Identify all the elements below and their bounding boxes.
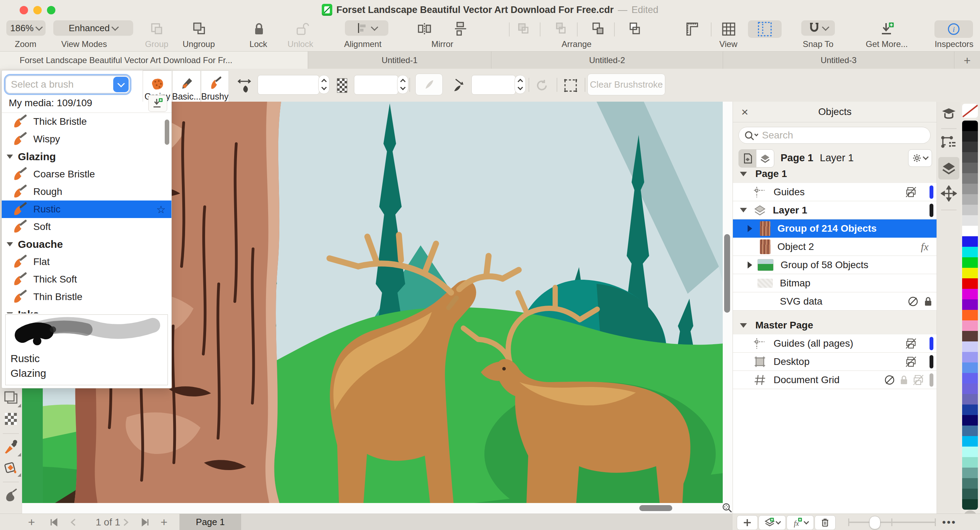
ungroup-icon[interactable] [191,21,207,37]
brush-search-input[interactable] [5,75,130,94]
tree-row-desktop[interactable]: Desktop [733,353,937,371]
brush-list-item[interactable]: Thick Bristle [2,113,172,131]
brush-list-item[interactable]: Soft [2,218,172,236]
opacity-slider-thumb[interactable] [869,516,880,529]
brush-list-item[interactable]: Thick Soft [2,271,172,288]
color-swatch[interactable] [962,404,978,415]
transparency-field[interactable] [354,75,398,95]
transparency-tool[interactable] [3,411,19,427]
canvas-horizontal-scrollbar[interactable] [639,505,672,511]
view-modes-dropdown[interactable]: Enhanced [53,20,133,36]
objects-inspector-icon[interactable] [940,160,957,177]
color-swatch[interactable] [962,268,978,279]
first-page-button[interactable] [49,514,58,530]
color-swatch[interactable] [962,162,978,173]
favorite-star-icon[interactable]: ☆ [156,203,166,216]
color-swatch[interactable] [962,415,978,425]
color-swatch[interactable] [962,468,978,478]
canvas-vertical-scrollbar[interactable] [724,234,730,313]
layer-options-button[interactable] [908,149,932,167]
color-swatch[interactable] [962,257,978,268]
arrange-backward-icon[interactable] [590,21,606,37]
add-page-button[interactable]: + [28,514,35,530]
color-swatch[interactable] [962,152,978,162]
brush-size-stepper[interactable] [318,75,329,94]
import-media-button[interactable] [148,95,167,112]
color-swatch[interactable] [962,289,978,299]
brush-list-item[interactable]: Rough [2,183,172,201]
rotation-field[interactable] [471,75,515,95]
painterly-brush-tool[interactable] [3,487,19,503]
brush-list-item[interactable]: Flat [2,253,172,271]
tree-row-group-58[interactable]: Group of 58 Objects [733,256,937,274]
tree-row-document-grid[interactable]: Document Grid [733,371,937,389]
page-1-tab[interactable]: Page 1 [180,514,241,530]
color-swatch[interactable] [962,121,978,131]
color-swatch[interactable] [962,331,978,341]
brush-search-dropdown-button[interactable] [113,77,129,92]
color-swatch[interactable] [962,205,978,215]
document-tab[interactable]: Untitled-3 [723,51,955,69]
group-icon[interactable] [149,21,165,37]
tree-row-svg-data[interactable]: SVG data [733,292,937,310]
color-swatch[interactable] [962,457,978,468]
canvas-zoom-magnifier-icon[interactable] [722,503,733,513]
clear-brushstroke-button[interactable]: Clear Brushstroke [587,73,665,95]
document-tab-active[interactable]: Forset Landscape Beautiful Vector Art Do… [0,51,308,69]
new-object-button[interactable] [737,515,758,530]
zoom-level-dropdown[interactable]: 186% [6,20,46,36]
color-swatch[interactable] [962,310,978,320]
brush-list-item[interactable]: Coarse Bristle [2,166,172,183]
color-swatch[interactable] [962,236,978,247]
new-layer-button[interactable] [759,515,786,530]
brush-size-field[interactable] [258,75,319,95]
unlock-icon[interactable] [293,21,309,37]
position-inspector-icon[interactable] [940,185,957,202]
snap-to-dropdown[interactable] [801,20,835,36]
color-swatch[interactable] [962,299,978,310]
color-swatch[interactable] [962,499,978,510]
color-swatch[interactable] [962,320,978,331]
color-swatch[interactable] [962,363,978,373]
color-swatch[interactable] [962,279,978,289]
brush-tab-basic[interactable]: Basic... [172,70,201,102]
tree-row-guides[interactable]: Guides [733,183,937,201]
add-document-tab-button[interactable]: + [955,51,980,69]
delete-object-button[interactable] [815,515,835,530]
new-effect-button[interactable]: fx [786,515,814,530]
grid-icon[interactable] [721,21,737,37]
brush-tab-brushy[interactable]: Brushy [201,70,229,102]
color-swatch[interactable] [962,131,978,142]
color-swatch[interactable] [962,489,978,499]
mirror-vertical-icon[interactable] [452,21,468,37]
color-swatch[interactable] [962,173,978,184]
rotation-stepper[interactable] [514,75,526,94]
color-swatch[interactable] [962,425,978,436]
fill-tool[interactable] [3,459,19,475]
tree-row-group-214[interactable]: Group of 214 Objects [733,220,937,238]
inspectors-button[interactable]: i [934,20,973,38]
tree-row-page-1[interactable]: Page 1 [733,165,937,183]
page-border-toggle[interactable] [748,20,782,38]
brush-category-header[interactable]: Gouache [2,236,172,253]
marquee-select-icon[interactable] [563,78,578,93]
tree-row-master-page[interactable]: Master Page [733,316,937,334]
reset-rotation-icon[interactable] [534,78,550,93]
tree-row-bitmap[interactable]: Bitmap [733,274,937,292]
color-swatch[interactable] [962,447,978,457]
get-more-icon[interactable] [879,21,895,37]
color-swatch[interactable] [962,341,978,352]
arrange-to-front-icon[interactable] [515,21,531,37]
brush-list-item[interactable]: Wispy [2,131,172,148]
brush-category-header[interactable]: Inks [2,306,172,314]
brush-list-scrollbar[interactable] [165,119,169,145]
lock-icon[interactable] [251,21,267,37]
alignment-dropdown[interactable] [345,20,388,36]
brush-list-item[interactable]: Rustic☆ [2,201,172,218]
learn-inspector-icon[interactable] [940,107,957,123]
tree-row-guides-all-pages[interactable]: Guides (all pages) [733,334,937,353]
color-swatch[interactable] [962,352,978,363]
brush-category-header[interactable]: Glazing [2,148,172,166]
more-options-button[interactable]: ••• [942,514,956,530]
tree-row-object-2[interactable]: Object 2fx [733,238,937,256]
